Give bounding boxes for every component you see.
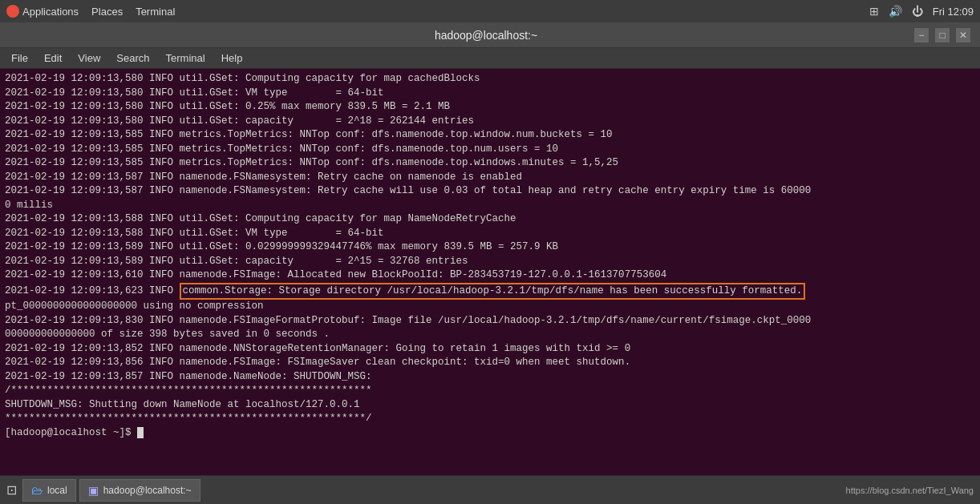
menu-search[interactable]: Search xyxy=(108,48,157,68)
menu-edit[interactable]: Edit xyxy=(36,48,70,68)
terminal-taskbar-icon: ▣ xyxy=(88,484,99,497)
terminal-line: 2021-02-19 12:09:13,588 INFO util.GSet: … xyxy=(5,227,975,241)
terminal-line: 2021-02-19 12:09:13,587 INFO namenode.FS… xyxy=(5,171,975,185)
terminal-line: 2021-02-19 12:09:13,580 INFO util.GSet: … xyxy=(5,72,975,87)
power-icon: ⏻ xyxy=(912,5,923,18)
terminal-line: 2021-02-19 12:09:13,585 INFO metrics.Top… xyxy=(5,128,975,143)
window-title: hadoop@localhost:~ xyxy=(58,29,914,42)
cursor-block xyxy=(137,427,144,438)
clock: Fri 12:09 xyxy=(933,6,974,18)
menu-help[interactable]: Help xyxy=(213,48,251,68)
applications-menu[interactable]: Applications xyxy=(6,5,79,18)
terminal-line: SHUTDOWN_MSG: Shutting down NameNode at … xyxy=(5,398,975,413)
highlighted-storage-text: common.Storage: Storage directory /usr/l… xyxy=(180,283,806,300)
status-url-text: https://blog.csdn.net/TiezI_Wang xyxy=(846,486,974,495)
terminal-output: 2021-02-19 12:09:13,580 INFO util.GSet: … xyxy=(0,69,980,475)
terminal-line: ****************************************… xyxy=(5,412,975,426)
folder-icon: 🗁 xyxy=(31,484,43,497)
menu-file[interactable]: File xyxy=(3,48,36,68)
terminal-line: pt_0000000000000000000 using no compress… xyxy=(5,300,975,314)
screen-switcher-icon: ⊡ xyxy=(6,482,17,498)
terminal-line-prefix: 2021-02-19 12:09:13,623 INFO xyxy=(5,285,180,296)
terminal-line: 2021-02-19 12:09:13,585 INFO metrics.Top… xyxy=(5,143,975,157)
app-icon xyxy=(6,5,19,18)
system-bar-left: Applications Places Terminal xyxy=(6,5,175,18)
system-bar-right: ⊞ 🔊 ⏻ Fri 12:09 xyxy=(869,5,974,18)
terminal-line: /***************************************… xyxy=(5,384,975,398)
terminal-line: [hadoop@localhost ~]$ xyxy=(5,426,975,441)
system-bar: Applications Places Terminal ⊞ 🔊 ⏻ Fri 1… xyxy=(0,0,980,22)
terminal-line: 2021-02-19 12:09:13,830 INFO namenode.FS… xyxy=(5,314,975,329)
terminal-line: 2021-02-19 12:09:13,585 INFO metrics.Top… xyxy=(5,156,975,171)
close-button[interactable]: ✕ xyxy=(956,28,970,42)
menu-view[interactable]: View xyxy=(70,48,108,68)
terminal-line: 000000000000000 of size 398 bytes saved … xyxy=(5,328,975,342)
taskbar-terminal-btn[interactable]: ▣ hadoop@localhost:~ xyxy=(79,479,200,502)
terminal-line: 2021-02-19 12:09:13,580 INFO util.GSet: … xyxy=(5,100,975,115)
applications-label[interactable]: Applications xyxy=(22,6,79,18)
taskbar-local-label: local xyxy=(47,485,67,496)
terminal-line: 0 millis xyxy=(5,199,975,213)
taskbar-local-btn[interactable]: 🗁 local xyxy=(22,479,76,502)
terminal-line: 2021-02-19 12:09:13,588 INFO util.GSet: … xyxy=(5,212,975,227)
menu-bar: File Edit View Search Terminal Help xyxy=(0,48,980,69)
minimize-button[interactable]: − xyxy=(914,28,929,42)
terminal-label[interactable]: Terminal xyxy=(136,6,175,18)
terminal-line: 2021-02-19 12:09:13,856 INFO namenode.FS… xyxy=(5,356,975,370)
taskbar-left: ⊡ 🗁 local ▣ hadoop@localhost:~ xyxy=(3,479,200,502)
places-menu[interactable]: Places xyxy=(91,6,123,18)
terminal-line: 2021-02-19 12:09:13,580 INFO util.GSet: … xyxy=(5,87,975,101)
taskbar: ⊡ 🗁 local ▣ hadoop@localhost:~ https://b… xyxy=(0,475,980,504)
terminal-line: 2021-02-19 12:09:13,580 INFO util.GSet: … xyxy=(5,115,975,129)
terminal-line: 2021-02-19 12:09:13,589 INFO util.GSet: … xyxy=(5,240,975,255)
terminal-line: 2021-02-19 12:09:13,852 INFO namenode.NN… xyxy=(5,342,975,357)
screen-icon: ⊞ xyxy=(869,5,879,18)
terminal-menu[interactable]: Terminal xyxy=(136,6,175,18)
maximize-button[interactable]: □ xyxy=(935,28,950,42)
volume-icon: 🔊 xyxy=(889,5,902,18)
terminal-line: 2021-02-19 12:09:13,589 INFO util.GSet: … xyxy=(5,255,975,269)
terminal-line: 2021-02-19 12:09:13,610 INFO namenode.FS… xyxy=(5,268,975,283)
menu-terminal[interactable]: Terminal xyxy=(158,48,213,68)
taskbar-status-url: https://blog.csdn.net/TiezI_Wang xyxy=(846,486,977,495)
terminal-line: 2021-02-19 12:09:13,587 INFO namenode.FS… xyxy=(5,184,975,199)
taskbar-terminal-label: hadoop@localhost:~ xyxy=(103,485,192,496)
terminal-line: 2021-02-19 12:09:13,623 INFO common.Stor… xyxy=(5,283,975,300)
terminal-line: 2021-02-19 12:09:13,857 INFO namenode.Na… xyxy=(5,370,975,385)
title-bar: hadoop@localhost:~ − □ ✕ xyxy=(0,22,980,48)
places-label[interactable]: Places xyxy=(91,6,123,18)
taskbar-apps-icon[interactable]: ⊡ xyxy=(3,482,19,498)
window-controls: − □ ✕ xyxy=(914,28,970,42)
